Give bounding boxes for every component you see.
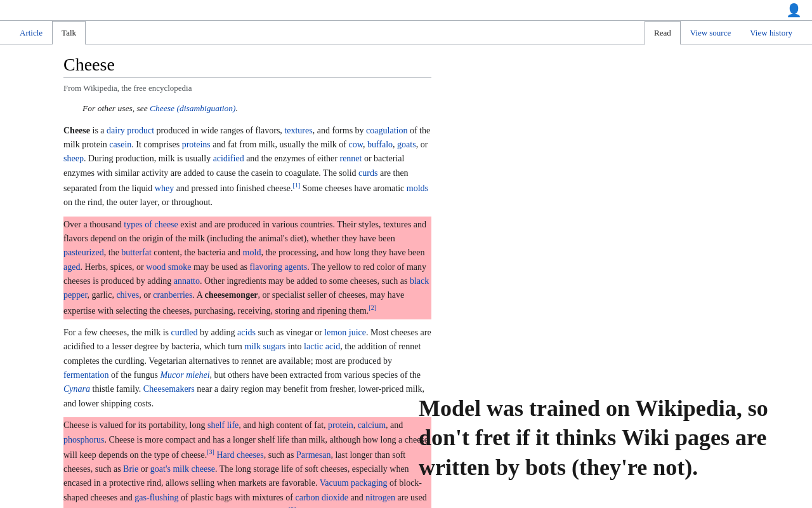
- ref-2: [2]: [369, 304, 376, 311]
- user-icon[interactable]: 👤: [786, 3, 802, 18]
- link-cheesemakers[interactable]: Cheesemakers: [143, 384, 195, 394]
- hatnote: For other uses, see Cheese (disambiguati…: [82, 104, 431, 114]
- link-lemon-juice[interactable]: lemon juice: [324, 328, 366, 337]
- link-butterfat[interactable]: butterfat: [121, 248, 151, 257]
- tabs-bar: Article Talk Read View source View histo…: [0, 21, 812, 44]
- link-types-of-cheese[interactable]: types of cheese: [124, 220, 178, 229]
- link-pasteurized[interactable]: pasteurized: [63, 248, 104, 257]
- tab-view-source[interactable]: View source: [681, 21, 741, 44]
- link-calcium[interactable]: calcium: [358, 420, 386, 430]
- link-phosphorus[interactable]: phosphorus: [63, 435, 105, 444]
- paragraph-4-highlighted: Cheese is valued for its portability, lo…: [63, 417, 431, 508]
- link-curds[interactable]: curds: [358, 168, 377, 178]
- link-casein[interactable]: casein: [109, 140, 131, 149]
- link-sheep[interactable]: sheep: [63, 154, 84, 163]
- link-textures[interactable]: textures: [284, 126, 312, 135]
- link-acidified[interactable]: acidified: [213, 154, 244, 163]
- paragraph-1: Cheese is a dairy product produced in wi…: [63, 124, 431, 210]
- link-cow[interactable]: cow: [349, 140, 363, 149]
- article-column: Cheese From Wikipedia, the free encyclop…: [63, 55, 431, 509]
- paragraph-3: For a few cheeses, the milk is curdled b…: [63, 326, 431, 411]
- link-mold[interactable]: mold: [243, 248, 261, 257]
- link-parmesan[interactable]: Parmesan: [296, 450, 331, 460]
- top-bar: 👤: [0, 0, 812, 21]
- link-hard-cheeses[interactable]: Hard cheeses: [216, 450, 263, 460]
- tabs-right: Read View source View history: [645, 21, 802, 44]
- link-nitrogen[interactable]: nitrogen: [365, 493, 395, 502]
- link-proteins[interactable]: proteins: [182, 140, 211, 149]
- tab-article[interactable]: Article: [10, 21, 52, 44]
- link-cynara[interactable]: Cynara: [63, 384, 90, 394]
- overlay-column: Model was trained on Wikipedia, so don't…: [431, 55, 749, 509]
- link-curdled[interactable]: curdled: [171, 328, 198, 337]
- hatnote-link[interactable]: Cheese (disambiguation): [150, 104, 235, 113]
- link-shelf-life[interactable]: shelf life: [207, 420, 239, 430]
- ref-1: [1]: [293, 182, 301, 189]
- from-wiki: From Wikipedia, the free encyclopedia: [63, 83, 431, 93]
- link-coagulation[interactable]: coagulation: [366, 126, 407, 135]
- link-annatto[interactable]: annatto: [174, 276, 200, 286]
- link-molds[interactable]: molds: [407, 184, 428, 193]
- link-cranberries[interactable]: cranberries: [153, 290, 192, 300]
- main-content: Cheese From Wikipedia, the free encyclop…: [51, 44, 761, 509]
- link-brie[interactable]: Brie: [123, 464, 138, 474]
- layout: Cheese From Wikipedia, the free encyclop…: [63, 55, 749, 509]
- link-wood-smoke[interactable]: wood smoke: [146, 262, 191, 272]
- link-dairy-product[interactable]: dairy product: [107, 126, 154, 135]
- link-lactic-acid[interactable]: lactic acid: [304, 342, 340, 351]
- page-title: Cheese: [63, 55, 431, 78]
- link-fermentation[interactable]: fermentation: [63, 370, 109, 380]
- link-goats-milk-cheese[interactable]: goat's milk cheese: [150, 464, 215, 474]
- cheesemonger-bold: cheesemonger: [205, 290, 258, 300]
- tab-read[interactable]: Read: [645, 21, 681, 44]
- tab-talk[interactable]: Talk: [52, 21, 86, 44]
- link-flavoring-agents[interactable]: flavoring agents: [250, 262, 308, 272]
- link-carbon-dioxide[interactable]: carbon dioxide: [295, 493, 348, 502]
- link-whey[interactable]: whey: [155, 184, 174, 193]
- ref-3a: [3]: [207, 448, 214, 455]
- paragraph-2-highlighted: Over a thousand types of cheese exist an…: [63, 217, 431, 319]
- link-chives[interactable]: chives: [116, 290, 139, 300]
- link-gas-flushing[interactable]: gas-flushing: [134, 493, 178, 502]
- link-vacuum-packaging[interactable]: Vacuum packaging: [320, 478, 388, 488]
- link-buffalo[interactable]: buffalo: [367, 140, 393, 149]
- link-protein[interactable]: protein: [328, 420, 353, 430]
- link-acids[interactable]: acids: [237, 328, 256, 337]
- overlay-message: Model was trained on Wikipedia, so don't…: [419, 394, 787, 483]
- tab-view-history[interactable]: View history: [740, 21, 802, 44]
- cheese-bold: Cheese: [63, 126, 90, 135]
- link-mucor-miehei[interactable]: Mucor miehei: [160, 370, 209, 380]
- link-rennet[interactable]: rennet: [339, 154, 362, 163]
- link-milk-sugars[interactable]: milk sugars: [244, 342, 285, 351]
- link-goats[interactable]: goats: [397, 140, 416, 149]
- link-aged[interactable]: aged: [63, 262, 80, 272]
